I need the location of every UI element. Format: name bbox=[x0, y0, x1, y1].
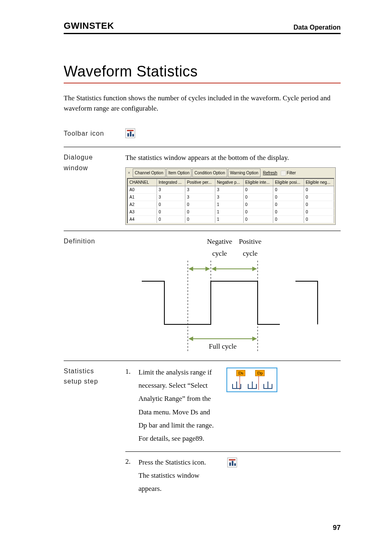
step-2-text: Press the Statistics icon. The statistic… bbox=[138, 456, 217, 496]
table-row: A4001000 bbox=[128, 216, 334, 223]
svg-marker-10 bbox=[189, 337, 193, 340]
ds-marker: Ds bbox=[236, 370, 245, 376]
toolbar-label: Toolbar icon bbox=[64, 128, 125, 139]
svg-marker-4 bbox=[189, 267, 193, 271]
statistics-window-screenshot: × Channel Option Item Option Condition O… bbox=[125, 167, 336, 225]
refresh-link: Refresh bbox=[263, 169, 277, 176]
dialogue-description: The statistics window appears at the bot… bbox=[125, 152, 341, 164]
brand-logo: GWINSTEK bbox=[64, 21, 114, 31]
dialogue-label-1: Dialogue bbox=[64, 152, 125, 163]
header-section: Data Operation bbox=[293, 24, 341, 31]
table-row: A0333000 bbox=[128, 186, 334, 194]
stats-label-1: Statistics bbox=[64, 366, 125, 377]
svg-marker-11 bbox=[253, 337, 256, 340]
stat-col-header: Integrated ... bbox=[157, 179, 185, 186]
definition-label: Definition bbox=[64, 236, 125, 247]
cycle-definition-diagram: Negativecycle Positivecycle bbox=[125, 236, 331, 353]
step-2-number: 2. bbox=[125, 456, 133, 468]
page-title: Waveform Statistics bbox=[64, 63, 341, 80]
item-option-button: Item Option bbox=[166, 169, 192, 177]
close-icon: × bbox=[127, 169, 131, 176]
stat-col-header: CHANNEL bbox=[128, 179, 157, 186]
page-number: 97 bbox=[333, 524, 341, 532]
svg-marker-5 bbox=[206, 267, 209, 271]
condition-option-button: Condition Option bbox=[192, 169, 227, 177]
intro-paragraph: The Statistics function shows the number… bbox=[64, 93, 341, 113]
svg-marker-8 bbox=[253, 267, 256, 271]
table-row: A3001000 bbox=[128, 208, 334, 216]
stat-col-header: Positive per... bbox=[185, 179, 215, 186]
dp-marker: Dp bbox=[255, 370, 265, 376]
warning-option-button: Warning Option bbox=[228, 169, 261, 177]
step-1-text: Limit the analysis range if necessary. S… bbox=[138, 366, 217, 446]
statistics-icon bbox=[227, 458, 237, 467]
svg-marker-7 bbox=[212, 267, 216, 271]
channel-option-button: Channel Option bbox=[133, 169, 166, 177]
title-rule bbox=[64, 83, 341, 83]
stat-col-header: Eligible posi... bbox=[273, 179, 304, 186]
step-1-number: 1. bbox=[125, 366, 133, 378]
stat-col-header: Eligible inte... bbox=[243, 179, 273, 186]
table-row: A1333000 bbox=[128, 194, 334, 201]
statistics-toolbar-icon bbox=[125, 128, 135, 138]
statistics-table: CHANNELIntegrated ...Positive per...Nega… bbox=[128, 179, 334, 223]
stat-col-header: Negative p... bbox=[215, 179, 243, 186]
stats-label-2: setup step bbox=[64, 376, 125, 387]
table-row: A2001000 bbox=[128, 201, 334, 208]
stat-col-header: Eligible neg... bbox=[304, 179, 334, 186]
analytic-range-figure: Ds Dp bbox=[226, 368, 277, 392]
filter-checkbox: Filter bbox=[281, 169, 296, 176]
full-cycle-label: Full cycle bbox=[209, 342, 237, 350]
dialogue-label-2: window bbox=[64, 163, 125, 173]
